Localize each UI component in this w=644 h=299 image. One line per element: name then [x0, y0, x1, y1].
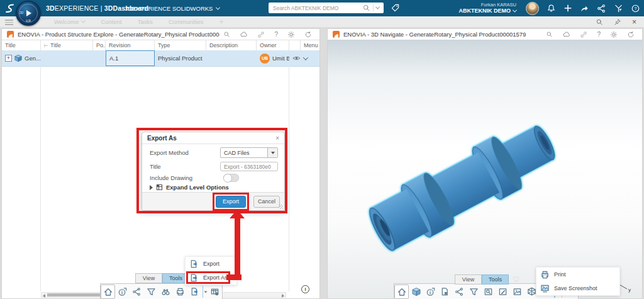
print-button[interactable]: [173, 285, 187, 299]
search-in-view-button[interactable]: [481, 285, 496, 299]
tab-welcome[interactable]: Welcome: [54, 18, 85, 25]
info-button[interactable]: [115, 285, 130, 299]
table-row[interactable]: + Gen... A.1 Physical Product UB Umit BI…: [2, 50, 319, 67]
revision-cell[interactable]: A.1: [106, 50, 155, 66]
funnel-icon: [469, 287, 479, 296]
filter-button[interactable]: [467, 285, 481, 299]
structure-button[interactable]: [130, 285, 144, 299]
3dexperience-compass-logo[interactable]: 3D V,R: [16, 1, 41, 26]
column-header-description[interactable]: Description: [206, 40, 257, 50]
dashboard-tab-bar: Welcome Content Tasks Communities + ×: [0, 16, 644, 27]
cloud-icon[interactable]: [562, 31, 570, 38]
column-header-type[interactable]: Type: [155, 40, 206, 50]
hamburger-menu-icon[interactable]: [5, 20, 13, 26]
expand-row-button[interactable]: +: [5, 55, 12, 62]
user-name: Furkan KARASU: [459, 3, 517, 8]
search-icon[interactable]: [546, 31, 553, 38]
pin-icon[interactable]: [614, 18, 621, 26]
search-options-chevron-icon[interactable]: [375, 5, 380, 9]
export-dropdown-highlight[interactable]: [203, 286, 203, 298]
column-header-owner[interactable]: Owner: [257, 40, 289, 50]
add-plus-icon[interactable]: [564, 4, 572, 13]
cloud-icon[interactable]: [240, 31, 248, 38]
document-lock-icon: [440, 287, 450, 296]
view-tab[interactable]: View: [455, 274, 482, 285]
info-circle-icon[interactable]: i: [301, 285, 309, 293]
export-toolbar-button[interactable]: [187, 285, 202, 299]
search-icon[interactable]: [223, 31, 230, 38]
axis-y-label: y: [628, 287, 631, 293]
share-network-icon[interactable]: [597, 4, 606, 13]
user-menu[interactable]: Furkan KARASU ABKTEKNIK DEMO: [459, 3, 517, 14]
funnel-icon: [147, 287, 156, 296]
home-button[interactable]: [394, 285, 409, 299]
column-gridline: [40, 66, 41, 291]
tab-communities[interactable]: Communities: [169, 18, 203, 25]
column-header-empty: [289, 40, 301, 50]
help-icon[interactable]: ?: [631, 4, 640, 13]
home-button[interactable]: [101, 285, 115, 299]
close-icon[interactable]: ×: [632, 18, 636, 26]
view-cube-button[interactable]: [409, 285, 423, 299]
table-settings-button[interactable]: [208, 285, 222, 299]
tag-icon[interactable]: [391, 3, 400, 15]
printer-icon: [540, 270, 550, 279]
structure-button[interactable]: [452, 285, 467, 299]
menu-item-export[interactable]: Export: [186, 257, 236, 271]
enovia-app-icon: [7, 31, 14, 38]
info-button[interactable]: [423, 285, 438, 299]
iso-cube-icon: [411, 287, 421, 296]
search-icon[interactable]: [596, 18, 603, 26]
help-icon[interactable]: ?: [274, 31, 278, 38]
chevron-down-icon: [513, 8, 517, 12]
link-icon[interactable]: [580, 31, 587, 38]
refresh-icon[interactable]: [627, 31, 635, 38]
left-panel-header: ENOVIA - Product Structure Explore - Gen…: [2, 29, 319, 40]
export-dropdown-caret-icon[interactable]: [204, 291, 208, 293]
eye-icon[interactable]: [292, 54, 301, 62]
image-box-icon: [513, 287, 522, 296]
column-header-position[interactable]: Po..: [93, 40, 106, 50]
left-toolbar: [100, 283, 223, 299]
rotary-part-3d-model[interactable]: [353, 77, 592, 285]
link-icon[interactable]: [257, 31, 265, 38]
favorite-heart-icon[interactable]: ♡: [513, 275, 519, 284]
help-icon[interactable]: ?: [597, 31, 601, 38]
explore-button[interactable]: [158, 285, 173, 299]
document-button[interactable]: [438, 285, 452, 299]
add-tab-button[interactable]: +: [219, 18, 223, 26]
scroll-left-arrow[interactable]: [43, 294, 45, 298]
tab-tasks[interactable]: Tasks: [138, 18, 153, 25]
avatar[interactable]: [526, 2, 539, 15]
menu-item-print[interactable]: Print: [536, 268, 619, 281]
row-title: Gen...: [25, 55, 41, 62]
global-search[interactable]: Search ABKTEKNIK DEMO: [269, 3, 384, 13]
topbar-right-cluster: Furkan KARASU ABKTEKNIK DEMO ?: [459, 0, 641, 16]
settings-gear-icon[interactable]: [287, 31, 295, 38]
export-document-icon: [189, 259, 199, 269]
row-menu-chevron-icon[interactable]: [303, 55, 308, 60]
notifications-bell-icon[interactable]: [547, 4, 556, 13]
column-header-title[interactable]: Title: [2, 40, 41, 50]
column-header-title-tree[interactable]: ⊢Title: [41, 40, 93, 50]
scroll-right-arrow[interactable]: [282, 294, 284, 298]
3d-navigate-panel: ENOVIA - 3D Navigate - GenerateRotary_Ph…: [327, 28, 643, 299]
left-view-tools-tabs: View Tools: [135, 273, 189, 283]
filter-button[interactable]: [144, 285, 158, 299]
owner-avatar: UB: [260, 54, 270, 64]
refresh-icon[interactable]: [304, 31, 312, 38]
tools-tab[interactable]: Tools: [482, 274, 509, 285]
image-view-button[interactable]: [510, 285, 525, 299]
3d-viewport[interactable]: Print Save Screenshot View Tools ♡: [328, 40, 642, 298]
share-arrow-icon[interactable]: [580, 4, 589, 13]
tab-content[interactable]: Content: [101, 18, 121, 25]
column-header-revision[interactable]: Revision: [106, 40, 155, 50]
swym-y-flash-icon[interactable]: [614, 4, 623, 13]
column-header-menu[interactable]: Menu: [301, 40, 319, 50]
platform-selector[interactable]: 3DEXPERIENCE SOLIDWORKS: [125, 5, 219, 12]
menu-item-save-screenshot[interactable]: Save Screenshot: [536, 281, 619, 295]
view-tab[interactable]: View: [135, 273, 162, 283]
settings-gear-icon[interactable]: [610, 31, 618, 38]
search-icon[interactable]: [362, 4, 370, 12]
annotate-button[interactable]: [496, 285, 510, 299]
